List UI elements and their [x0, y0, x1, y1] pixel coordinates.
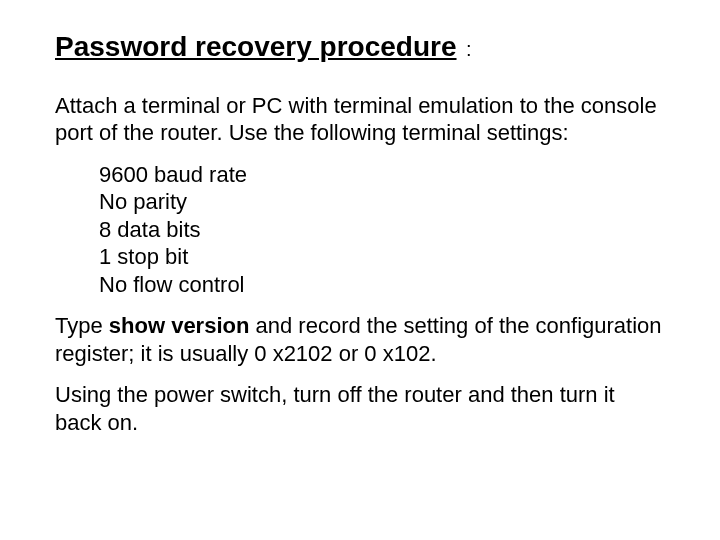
list-item: 9600 baud rate — [99, 161, 665, 189]
terminal-settings-list: 9600 baud rate No parity 8 data bits 1 s… — [99, 161, 665, 299]
step-power-cycle: Using the power switch, turn off the rou… — [55, 381, 665, 436]
step-show-version: Type show version and record the setting… — [55, 312, 665, 367]
title-colon: : — [461, 38, 472, 60]
title-text: Password recovery procedure — [55, 31, 457, 62]
step2-command: show version — [109, 313, 250, 338]
intro-paragraph: Attach a terminal or PC with terminal em… — [55, 92, 665, 147]
list-item: 1 stop bit — [99, 243, 665, 271]
step2-pre: Type — [55, 313, 109, 338]
list-item: No flow control — [99, 271, 665, 299]
document-page: Password recovery procedure : Attach a t… — [0, 0, 720, 436]
list-item: 8 data bits — [99, 216, 665, 244]
page-title: Password recovery procedure : — [55, 30, 665, 64]
list-item: No parity — [99, 188, 665, 216]
